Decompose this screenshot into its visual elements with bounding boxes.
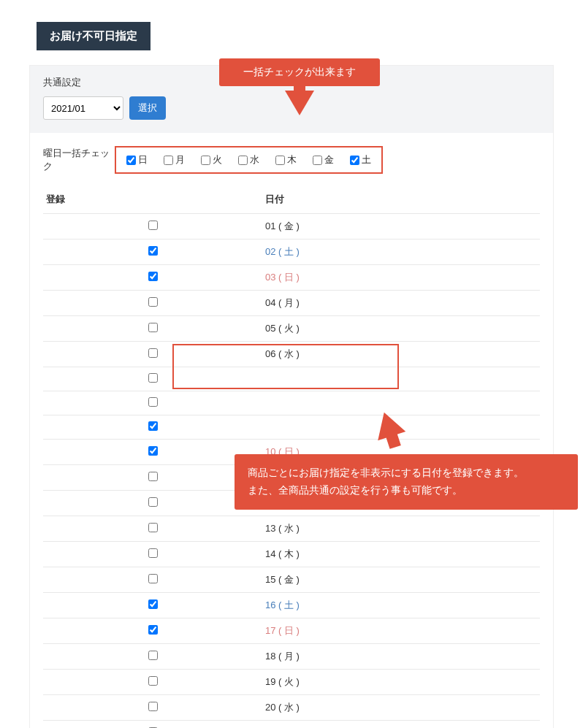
settings-panel: 共通設定 2021/01 選択 曜日一括チェック 日月火水木金土 商品ごとにお届… — [29, 65, 554, 728]
row-checkbox[interactable] — [148, 348, 158, 358]
row-checkbox[interactable] — [148, 272, 158, 281]
table-row: 20 ( 水 ) — [43, 695, 540, 721]
weekday-checkbox[interactable] — [126, 156, 136, 165]
row-date-label: 05 ( 火 ) — [262, 316, 540, 342]
table-row: 06 ( 水 ) — [43, 342, 540, 367]
table-row — [43, 391, 540, 415]
table-header-date: 日付 — [262, 187, 540, 214]
weekday-checkbox[interactable] — [238, 156, 248, 165]
row-checkbox[interactable] — [148, 397, 158, 407]
row-date-label: 19 ( 火 ) — [262, 670, 540, 695]
table-row: 14 ( 木 ) — [43, 542, 540, 567]
weekday-check-2[interactable]: 火 — [201, 153, 222, 166]
row-date-label: 18 ( 月 ) — [262, 644, 540, 670]
weekday-check-4[interactable]: 木 — [275, 153, 297, 166]
table-row — [43, 367, 540, 391]
callout-batch: 一括チェックが出来ます — [219, 58, 380, 115]
row-date-label: 01 ( 金 ) — [262, 214, 540, 240]
table-row: 16 ( 土 ) — [43, 593, 540, 618]
row-checkbox[interactable] — [148, 702, 158, 711]
row-checkbox[interactable] — [148, 472, 158, 481]
weekday-checkbox[interactable] — [350, 156, 359, 165]
callout-description: 商品ごとにお届け指定を非表示にする日付を登録できます。 また、全商品共通の設定を… — [235, 454, 578, 510]
weekday-check-1[interactable]: 月 — [164, 153, 185, 166]
table-row: 01 ( 金 ) — [43, 214, 540, 240]
weekday-check-5[interactable]: 金 — [313, 153, 334, 166]
weekday-checkbox[interactable] — [313, 156, 322, 165]
weekday-check-3[interactable]: 水 — [238, 153, 259, 166]
row-checkbox[interactable] — [148, 676, 158, 686]
row-date-label: 13 ( 水 ) — [262, 516, 540, 542]
table-row: 19 ( 火 ) — [43, 670, 540, 695]
row-date-label: 02 ( 土 ) — [262, 240, 540, 265]
row-date-label: 17 ( 日 ) — [262, 618, 540, 644]
row-checkbox[interactable] — [148, 221, 158, 230]
row-checkbox[interactable] — [148, 651, 158, 660]
table-row: 03 ( 日 ) — [43, 265, 540, 291]
table-row: 18 ( 月 ) — [43, 644, 540, 670]
row-date-label: 03 ( 日 ) — [262, 265, 540, 291]
batch-check-label: 曜日一括チェック — [43, 147, 115, 173]
row-checkbox[interactable] — [148, 323, 158, 332]
weekday-checkbox[interactable] — [201, 156, 210, 165]
table-row: 21 ( 木 ) — [43, 721, 540, 729]
row-checkbox[interactable] — [148, 373, 158, 383]
row-date-label: 21 ( 木 ) — [262, 721, 540, 729]
table-row: 05 ( 火 ) — [43, 316, 540, 342]
row-checkbox[interactable] — [148, 297, 158, 307]
page-title: お届け不可日指定 — [37, 22, 150, 50]
table-row: 17 ( 日 ) — [43, 618, 540, 644]
weekday-batch-group: 日月火水木金土 — [115, 146, 383, 174]
row-checkbox[interactable] — [148, 523, 158, 532]
row-checkbox[interactable] — [148, 446, 158, 456]
row-date-label: 20 ( 水 ) — [262, 695, 540, 721]
select-button[interactable]: 選択 — [129, 96, 166, 120]
table-row: 15 ( 金 ) — [43, 567, 540, 593]
row-date-label: 04 ( 月 ) — [262, 291, 540, 316]
arrow-down-icon — [285, 91, 314, 115]
table-row: 04 ( 月 ) — [43, 291, 540, 316]
row-date-label — [262, 367, 540, 391]
weekday-checkbox[interactable] — [164, 156, 173, 165]
row-checkbox[interactable] — [148, 574, 158, 583]
row-date-label: 06 ( 水 ) — [262, 342, 540, 367]
weekday-check-6[interactable]: 土 — [350, 153, 371, 166]
row-date-label — [262, 391, 540, 415]
month-select[interactable]: 2021/01 — [43, 96, 123, 120]
table-header-register: 登録 — [43, 187, 262, 214]
table-row: 13 ( 水 ) — [43, 516, 540, 542]
row-checkbox[interactable] — [148, 246, 158, 256]
table-row: 02 ( 土 ) — [43, 240, 540, 265]
row-checkbox[interactable] — [148, 421, 158, 431]
row-checkbox[interactable] — [148, 625, 158, 635]
callout-description-text: 商品ごとにお届け指定を非表示にする日付を登録できます。 また、全商品共通の設定を… — [235, 454, 578, 510]
row-date-label: 16 ( 土 ) — [262, 593, 540, 618]
weekday-check-0[interactable]: 日 — [126, 153, 148, 166]
row-checkbox[interactable] — [148, 497, 158, 507]
row-date-label: 14 ( 木 ) — [262, 542, 540, 567]
table-row — [43, 415, 540, 440]
row-checkbox[interactable] — [148, 548, 158, 558]
row-date-label: 15 ( 金 ) — [262, 567, 540, 593]
row-checkbox[interactable] — [148, 599, 158, 609]
weekday-checkbox[interactable] — [275, 156, 285, 165]
